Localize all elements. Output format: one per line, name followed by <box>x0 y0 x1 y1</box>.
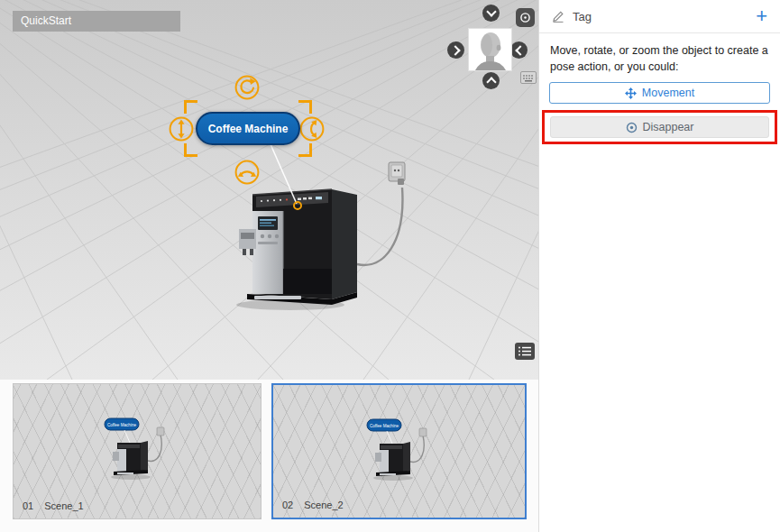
disappear-button-label: Disappear <box>643 121 694 133</box>
add-tag-button[interactable]: + <box>756 7 767 25</box>
head-model-thumbnail[interactable] <box>468 28 512 71</box>
object-tag[interactable]: Coffee Machine <box>196 112 300 145</box>
disappear-button[interactable]: Disappear <box>550 116 769 138</box>
scene-name: Scene_2 <box>304 500 343 510</box>
yaw-rotate-icon[interactable] <box>234 160 260 185</box>
snapshot-icon <box>518 11 532 24</box>
chevron-left-button[interactable] <box>510 41 528 59</box>
movement-button[interactable]: Movement <box>549 82 770 104</box>
svg-text:Coffee Machine: Coffee Machine <box>107 423 137 427</box>
scene-label: 01Scene_1 <box>23 500 84 511</box>
chevron-left-icon <box>515 45 525 55</box>
keyboard-icon <box>522 74 535 82</box>
pencil-icon <box>552 10 564 23</box>
quickstart-label[interactable]: QuickStart <box>13 11 180 32</box>
keyboard-button[interactable] <box>520 71 537 84</box>
chevron-up-icon <box>486 77 496 87</box>
movement-icon <box>625 87 637 99</box>
scene-card-2[interactable]: Coffee Machine 02Scene_2 <box>271 383 527 519</box>
vertical-move-icon[interactable] <box>169 116 194 142</box>
scene-number: 01 <box>23 500 33 511</box>
snapshot-button[interactable] <box>516 8 535 27</box>
scene-card-1[interactable]: Coffee Machine 01Scene_1 <box>13 383 262 519</box>
scene-1-thumbnail: Coffee Machine <box>65 402 209 501</box>
chevron-right-button[interactable] <box>447 41 464 59</box>
panel-title: Tag <box>573 10 592 23</box>
head-model-icon <box>469 29 511 70</box>
scene-strip: Coffee Machine 01Scene_1 Coffee Machi <box>0 380 538 532</box>
scene-name: Scene_1 <box>44 500 83 511</box>
pose-description: Move, rotate, or zoom the object to crea… <box>550 42 769 75</box>
3d-viewport[interactable]: QuickStart <box>0 0 538 380</box>
annotation-highlight: Disappear <box>542 110 777 144</box>
chevron-down-button[interactable] <box>482 5 500 22</box>
scene-2-thumbnail: Coffee Machine <box>327 403 472 502</box>
panel-header: Tag + <box>539 0 780 33</box>
rotate-icon[interactable] <box>234 75 260 100</box>
scene-label: 02Scene_2 <box>282 500 344 510</box>
pitch-rotate-icon[interactable] <box>299 116 325 142</box>
app-window: QuickStart <box>0 0 780 532</box>
movement-button-label: Movement <box>642 87 694 99</box>
chevron-up-button[interactable] <box>482 72 500 89</box>
chevron-right-icon <box>450 45 460 55</box>
chevron-down-icon <box>486 6 496 16</box>
disappear-icon <box>626 122 638 133</box>
tag-panel: Tag + Move, rotate, or zoom the object t… <box>538 0 780 532</box>
scene-number: 02 <box>282 500 293 510</box>
svg-text:Coffee Machine: Coffee Machine <box>370 424 399 428</box>
list-icon <box>518 345 532 357</box>
object-list-button[interactable] <box>515 343 535 360</box>
